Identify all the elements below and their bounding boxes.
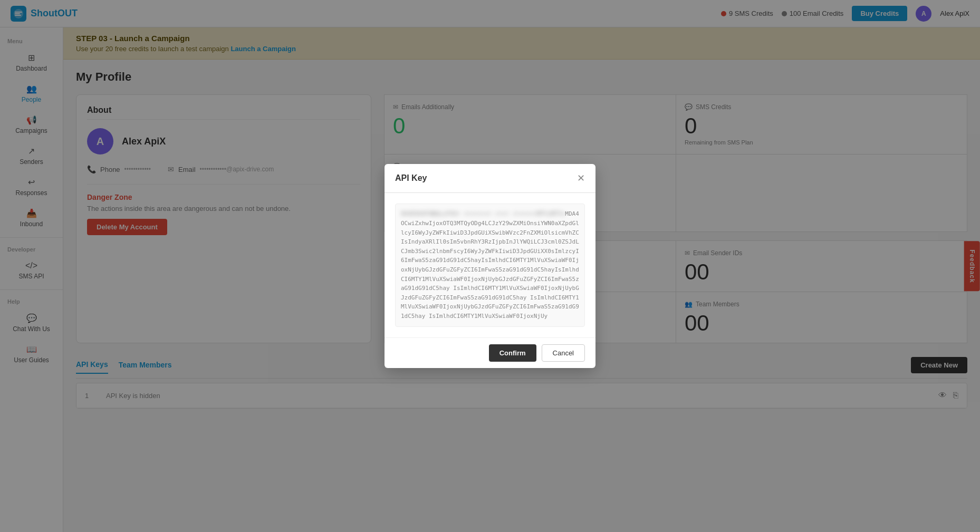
modal-header: API Key ✕ [385,164,595,193]
modal-cancel-button[interactable]: Cancel [542,344,585,362]
modal-title: API Key [395,173,427,183]
modal-overlay[interactable]: API Key ✕ 9VVE9VVF9BULiFVVr rrrrrrrr rrr… [0,0,980,419]
api-key-content: 9VVE9VVF9BULiFVVr rrrrrrrr rrrr rrrrrrrM… [395,204,585,326]
modal-body: 9VVE9VVF9BULiFVVr rrrrrrrr rrrr rrrrrrrM… [385,193,595,337]
modal-close-button[interactable]: ✕ [577,172,585,184]
api-key-blurred-part: 9VVE9VVF9BULiFVVr rrrrrrrr rrrr rrrrrrrM… [401,210,565,217]
modal-footer: Confirm Cancel [385,337,595,368]
modal-confirm-button[interactable]: Confirm [489,344,536,362]
api-key-modal: API Key ✕ 9VVE9VVF9BULiFVVr rrrrrrrr rrr… [385,164,595,367]
